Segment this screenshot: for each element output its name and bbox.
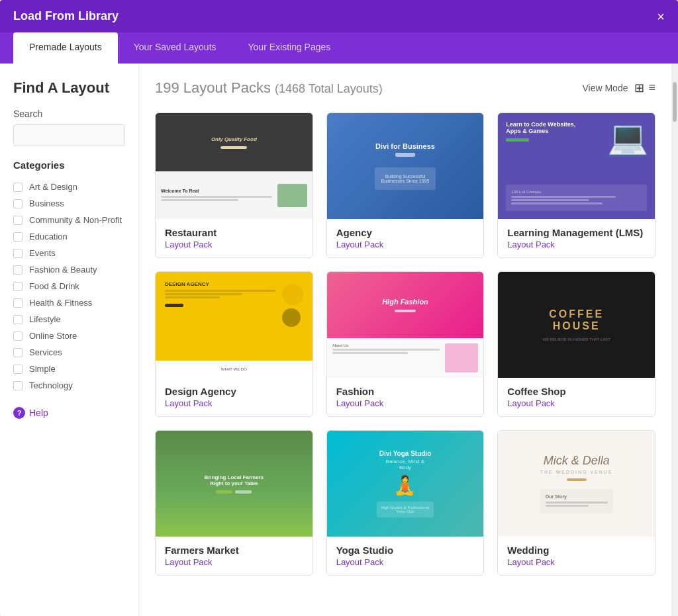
total-layouts: (1468 Total Layouts): [275, 82, 383, 95]
category-education[interactable]: Education: [13, 228, 125, 245]
card-info-farmers: Farmers Market Layout Pack: [156, 537, 313, 575]
category-online[interactable]: Online Store: [13, 328, 125, 344]
sidebar: Find A Layout Search Categories Art & De…: [0, 64, 139, 616]
card-name-coffee: Coffee Shop: [507, 386, 646, 397]
card-info-restaurant: Restaurant Layout Pack: [156, 219, 313, 257]
checkbox-services[interactable]: [13, 348, 23, 357]
grid-view-icon[interactable]: ⊞: [634, 81, 644, 95]
checkbox-food[interactable]: [13, 282, 23, 291]
main-content: 199 Layout Packs (1468 Total Layouts) Vi…: [139, 64, 671, 616]
layout-count: 199 Layout Packs (1468 Total Layouts): [155, 79, 383, 96]
category-label-community: Community & Non-Profit: [29, 215, 122, 225]
card-info-lms: Learning Management (LMS) Layout Pack: [498, 219, 655, 257]
checkbox-simple[interactable]: [13, 365, 23, 374]
close-button[interactable]: ×: [657, 10, 665, 23]
card-name-farmers: Farmers Market: [165, 545, 303, 556]
category-label-technology: Technology: [29, 380, 73, 390]
checkbox-community[interactable]: [13, 216, 23, 225]
pack-count: 199 Layout Packs: [155, 79, 271, 96]
category-services[interactable]: Services: [13, 344, 125, 361]
layout-card-agency[interactable]: Divi for Business Building Successful Bu…: [326, 112, 485, 258]
card-type-lms: Layout Pack: [507, 240, 646, 249]
card-info-fashion: Fashion Layout Pack: [327, 378, 484, 416]
card-name-restaurant: Restaurant: [165, 227, 303, 238]
category-label-online: Online Store: [29, 331, 77, 341]
modal-header: Load From Library ×: [0, 0, 678, 32]
category-food[interactable]: Food & Drink: [13, 278, 125, 294]
category-fashion[interactable]: Fashion & Beauty: [13, 261, 125, 278]
layout-card-restaurant[interactable]: Only Quality Food Welcome To Real: [155, 112, 313, 258]
checkbox-technology[interactable]: [13, 381, 23, 390]
sidebar-title: Find A Layout: [13, 79, 125, 97]
layout-card-yoga[interactable]: Divi Yoga Studio Balance, Mind & Body 🧘 …: [326, 430, 485, 576]
card-info-coffee: Coffee Shop Layout Pack: [498, 378, 655, 416]
card-info-design: Design Agency Layout Pack: [156, 378, 313, 416]
card-type-wedding: Layout Pack: [507, 557, 646, 567]
tab-saved[interactable]: Your Saved Layouts: [118, 32, 232, 64]
category-lifestyle[interactable]: Lifestyle: [13, 311, 125, 328]
layout-grid: Only Quality Food Welcome To Real: [155, 112, 655, 576]
help-icon: ?: [13, 407, 25, 419]
checkbox-fashion[interactable]: [13, 265, 23, 275]
layout-card-lms[interactable]: Learn to Code Websites, Apps & Games 💻 1…: [497, 112, 655, 258]
checkbox-online[interactable]: [13, 331, 23, 341]
checkbox-lifestyle[interactable]: [13, 315, 23, 324]
view-mode-icons: ⊞ ≡: [634, 81, 655, 95]
card-type-design: Layout Pack: [165, 398, 303, 408]
view-mode-controls: View Mode ⊞ ≡: [582, 81, 655, 95]
help-button[interactable]: ? Help: [13, 407, 125, 419]
card-type-farmers: Layout Pack: [165, 557, 303, 567]
layout-card-wedding[interactable]: Mick & Della THE WEDDING VENUE Our Story…: [497, 430, 655, 576]
preview-image: [277, 184, 307, 207]
category-simple[interactable]: Simple: [13, 361, 125, 377]
layout-card-farmers[interactable]: Bringing Local Farmers Right to your Tab…: [155, 430, 313, 576]
card-type-agency: Layout Pack: [336, 240, 475, 249]
card-type-fashion: Layout Pack: [336, 398, 475, 408]
category-art[interactable]: Art & Design: [13, 179, 125, 195]
layout-count-area: 199 Layout Packs (1468 Total Layouts): [155, 79, 383, 97]
category-business[interactable]: Business: [13, 195, 125, 212]
card-preview-fashion: High Fashion About Us: [327, 272, 484, 378]
checkbox-education[interactable]: [13, 232, 23, 242]
tab-existing[interactable]: Your Existing Pages: [232, 32, 347, 64]
category-label-events: Events: [29, 248, 56, 258]
checkbox-art[interactable]: [13, 183, 23, 192]
category-events[interactable]: Events: [13, 245, 125, 261]
card-preview-lms: Learn to Code Websites, Apps & Games 💻 1…: [498, 113, 655, 219]
card-info-agency: Agency Layout Pack: [327, 219, 484, 257]
checkbox-health[interactable]: [13, 298, 23, 308]
checkbox-events[interactable]: [13, 249, 23, 258]
category-technology[interactable]: Technology: [13, 377, 125, 394]
tabs-bar: Premade Layouts Your Saved Layouts Your …: [0, 32, 678, 64]
category-label-education: Education: [29, 232, 68, 242]
layout-card-fashion[interactable]: High Fashion About Us: [326, 271, 485, 417]
preview-bottom: Welcome To Real: [156, 171, 313, 219]
card-preview-restaurant: Only Quality Food Welcome To Real: [156, 113, 313, 219]
category-label-business: Business: [29, 198, 64, 208]
category-label-food: Food & Drink: [29, 281, 79, 291]
category-label-lifestyle: Lifestyle: [29, 314, 61, 324]
search-input[interactable]: [13, 124, 125, 146]
help-label: Help: [29, 408, 48, 418]
category-community[interactable]: Community & Non-Profit: [13, 212, 125, 228]
category-label-health: Health & Fitness: [29, 298, 92, 308]
card-preview-farmers: Bringing Local Farmers Right to your Tab…: [156, 431, 313, 537]
card-preview-agency: Divi for Business Building Successful Bu…: [327, 113, 484, 219]
card-type-restaurant: Layout Pack: [165, 240, 303, 249]
tab-premade[interactable]: Premade Layouts: [13, 32, 118, 64]
checkbox-business[interactable]: [13, 199, 23, 208]
layout-card-design[interactable]: DESIGN AGENCY: [155, 271, 313, 417]
card-name-fashion: Fashion: [336, 386, 475, 397]
card-name-agency: Agency: [336, 227, 475, 238]
scrollbar[interactable]: [671, 64, 678, 616]
layout-card-coffee[interactable]: COFFEE HOUSE WE BELIEVE IN HIGHER THAT L…: [497, 271, 655, 417]
modal-title: Load From Library: [13, 9, 119, 23]
search-label: Search: [13, 109, 125, 119]
category-label-art: Art & Design: [29, 182, 77, 192]
card-preview-yoga: Divi Yoga Studio Balance, Mind & Body 🧘 …: [327, 431, 484, 537]
card-type-yoga: Layout Pack: [336, 557, 475, 567]
category-health[interactable]: Health & Fitness: [13, 294, 125, 311]
card-name-lms: Learning Management (LMS): [507, 227, 646, 238]
card-name-design: Design Agency: [165, 386, 303, 397]
list-view-icon[interactable]: ≡: [648, 81, 655, 95]
